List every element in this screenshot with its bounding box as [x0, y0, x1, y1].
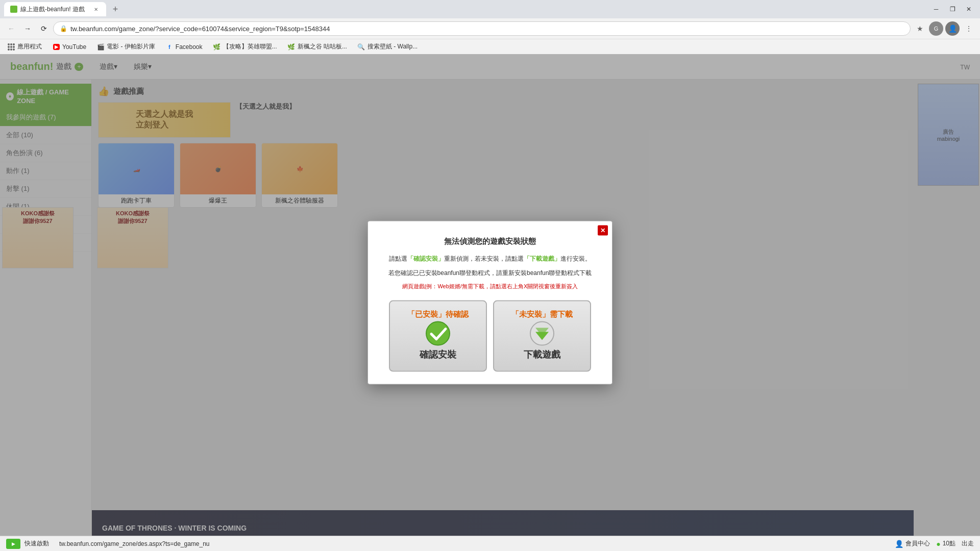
points-display: ● 10點 — [936, 539, 955, 548]
movie-icon: 🎬 — [96, 43, 105, 51]
svg-point-0 — [426, 322, 450, 345]
address-bar: ← → ⟳ 🔒 tw.beanfun.com/game_zone/?servic… — [0, 18, 980, 39]
user-avatar[interactable]: 👤 — [945, 21, 960, 36]
status-url: tw.beanfun.com/game_zone/des.aspx?ts=de_… — [59, 540, 895, 547]
modal-desc-1: 請點選「確認安裝」重新偵測，若未安裝，請點選「下載遊戲」進行安裝。 — [380, 254, 600, 264]
secure-icon: 🔒 — [60, 25, 67, 32]
apps-label: 應用程式 — [17, 42, 42, 51]
download-icon — [528, 319, 556, 348]
extension-icon-1[interactable]: G — [929, 21, 943, 36]
facebook-icon: f — [165, 43, 174, 51]
title-bar: 線上遊戲-beanfun! 遊戲 ✕ + ─ ❐ ✕ — [0, 0, 980, 18]
youtube-label: YouTube — [62, 43, 86, 51]
browser-menu-button[interactable]: ⋮ — [962, 21, 976, 36]
window-controls: ─ ❐ ✕ — [929, 2, 976, 16]
browser-tab[interactable]: 線上遊戲-beanfun! 遊戲 ✕ — [4, 2, 106, 16]
quick-launch-label: 快速啟動 — [24, 539, 49, 548]
youtube-icon: ▶ — [52, 43, 60, 51]
maplestory-label: 新楓之谷 咕咕板... — [298, 42, 347, 51]
bookmark-youtube[interactable]: ▶ YouTube — [49, 42, 89, 52]
member-center-icon: 👤 — [895, 540, 903, 548]
points-text: 10點 — [943, 539, 955, 548]
facebook-label: Facebook — [176, 43, 203, 51]
bookmark-guide[interactable]: 🌿 【攻略】英雄聯盟... — [210, 41, 280, 52]
confirm-install-label: 確認安裝 — [420, 348, 456, 360]
browser-chrome: 線上遊戲-beanfun! 遊戲 ✕ + ─ ❐ ✕ ← → ⟳ 🔒 tw.be… — [0, 0, 980, 54]
logout-label: 出走 — [962, 540, 974, 547]
page-wrapper: beanfun! 遊戲 + 遊戲▾ 娛樂▾ TW ♦ — [0, 54, 980, 551]
download-game-highlight: 「下載遊戲」 — [524, 255, 560, 262]
coins-icon: ● — [936, 540, 940, 548]
tab-favicon — [10, 6, 17, 13]
check-icon — [424, 319, 452, 348]
bottom-right-area: 👤 會員中心 ● 10點 出走 — [895, 539, 974, 548]
confirm-install-highlight: 「確認安裝」 — [407, 255, 444, 262]
member-center-label: 會員中心 — [905, 539, 930, 548]
restore-button[interactable]: ❐ — [945, 2, 960, 16]
member-center-btn[interactable]: 👤 會員中心 — [895, 539, 930, 548]
installed-tag: 「已安裝」待確認 — [407, 309, 469, 319]
checkmark-svg — [425, 321, 451, 346]
refresh-button[interactable]: ⟳ — [37, 21, 51, 36]
logout-button[interactable]: 出走 — [962, 539, 974, 548]
bookmark-facebook[interactable]: f Facebook — [162, 42, 206, 52]
forward-button[interactable]: → — [20, 21, 35, 36]
download-tag: 「未安裝」需下載 — [511, 309, 573, 319]
modal-buttons: 「已安裝」待確認 確認安裝 「未安裝」需下載 — [380, 300, 600, 371]
minimize-button[interactable]: ─ — [929, 2, 943, 16]
download-game-button[interactable]: 「未安裝」需下載 下載遊戲 — [493, 300, 591, 371]
guide-label: 【攻略】英雄聯盟... — [223, 42, 277, 51]
movie-label: 電影 - 伊帕影片庫 — [107, 42, 155, 51]
maplestory-icon: 🌿 — [287, 43, 296, 51]
tab-close-button[interactable]: ✕ — [92, 5, 100, 13]
wallpaper-icon: 🔍 — [357, 43, 365, 51]
url-bar[interactable]: 🔒 tw.beanfun.com/game_zone/?service_code… — [53, 21, 911, 36]
bookmark-apps[interactable]: 應用程式 — [4, 41, 45, 52]
url-text: tw.beanfun.com/game_zone/?service_code=6… — [70, 25, 330, 33]
bottom-bar: ▶ 快速啟動 tw.beanfun.com/game_zone/des.aspx… — [0, 536, 980, 551]
wallpaper-label: 搜索壁紙 - Wallp... — [368, 42, 418, 51]
extension-icons: G 👤 — [929, 21, 960, 36]
install-check-modal: ✕ 無法偵測您的遊戲安裝狀態 請點選「確認安裝」重新偵測，若未安裝，請點選「下載… — [368, 221, 612, 385]
download-game-label: 下載遊戲 — [524, 348, 560, 360]
bookmark-maplestory[interactable]: 🌿 新楓之谷 咕咕板... — [284, 41, 350, 52]
bookmarks-bar: 應用程式 ▶ YouTube 🎬 電影 - 伊帕影片庫 f Facebook 🌿… — [0, 39, 980, 54]
close-button[interactable]: ✕ — [962, 2, 976, 16]
download-svg — [529, 321, 555, 346]
modal-close-button[interactable]: ✕ — [598, 226, 608, 236]
modal-body: 無法偵測您的遊戲安裝狀態 請點選「確認安裝」重新偵測，若未安裝，請點選「下載遊戲… — [368, 221, 612, 384]
modal-desc-2: 若您確認已已安裝beanfun聯登動程式，請重新安裝beanfun聯登動程式下載 — [380, 268, 600, 278]
back-button[interactable]: ← — [4, 21, 18, 36]
bookmark-wallpaper[interactable]: 🔍 搜索壁紙 - Wallp... — [354, 41, 421, 52]
quick-launch-area: ▶ 快速啟動 — [6, 539, 49, 549]
confirm-install-button[interactable]: 「已安裝」待確認 確認安裝 — [389, 300, 487, 371]
bookmark-movie[interactable]: 🎬 電影 - 伊帕影片庫 — [93, 41, 158, 52]
new-tab-button[interactable]: + — [108, 2, 122, 16]
quick-launch-icon: ▶ — [6, 539, 20, 549]
modal-warning: 網頁遊戲(例：Web姬婿/無需下載，請點選右上角X關閉視窗後重新簽入 — [380, 282, 600, 290]
apps-icon — [7, 43, 15, 51]
guide-icon: 🌿 — [213, 43, 221, 51]
bookmark-star-button[interactable]: ★ — [913, 21, 927, 36]
tab-title: 線上遊戲-beanfun! 遊戲 — [20, 5, 85, 14]
modal-title: 無法偵測您的遊戲安裝狀態 — [380, 237, 600, 246]
